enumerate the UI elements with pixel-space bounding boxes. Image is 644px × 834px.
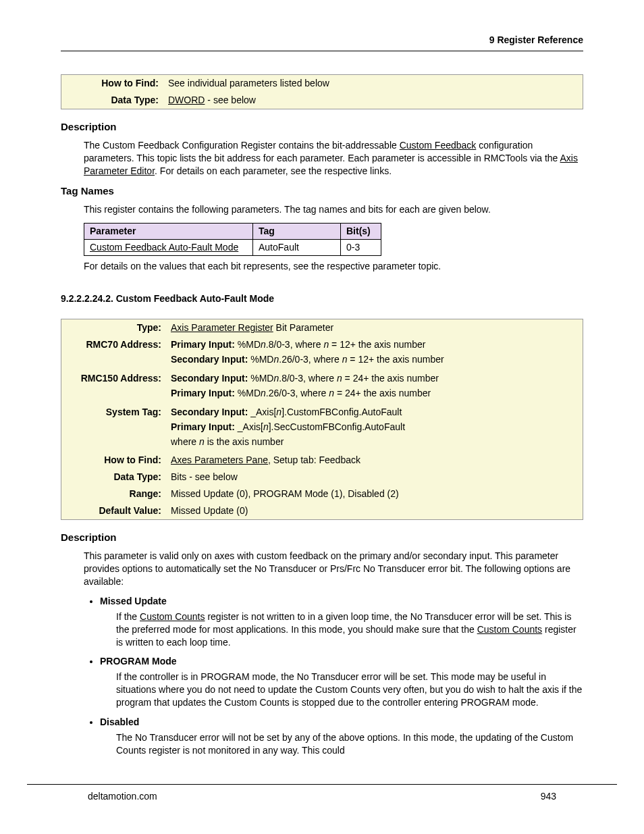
text: = 12+ the axis number (329, 339, 425, 350)
text: = 24+ the axis number (334, 388, 431, 398)
info-value: Axis Parameter Register Bit Parameter (171, 321, 579, 334)
custom-feedback-auto-fault-link[interactable]: Custom Feedback Auto-Fault Mode (90, 242, 238, 253)
text: %MD (238, 339, 261, 350)
option-title: Missed Update (100, 595, 583, 608)
info-row-default: Default Value: Missed Update (0) (61, 502, 583, 519)
info-value: Secondary Input: _Axis[n].CustomFBConfig… (171, 406, 579, 450)
label-bold: Primary Input: (171, 388, 238, 398)
info-row-datatype: Data Type: DWORD - see below (61, 92, 583, 109)
info-row-type: Type: Axis Parameter Register Bit Parame… (61, 319, 583, 336)
option-program-mode: PROGRAM Mode If the controller is in PRO… (100, 655, 583, 709)
table-header-row: Parameter Tag Bit(s) (84, 223, 381, 239)
axes-parameters-pane-link[interactable]: Axes Parameters Pane (171, 454, 268, 465)
custom-counts-link[interactable]: Custom Counts (477, 624, 542, 635)
rmc150-line-2: Primary Input: %MDn.26/0-3, where n = 24… (171, 387, 579, 400)
rmc70-line-1: Primary Input: %MDn.8/0-3, where n = 12+… (171, 338, 579, 351)
table-row: Custom Feedback Auto-Fault Mode AutoFaul… (84, 239, 381, 255)
custom-counts-link[interactable]: Custom Counts (140, 611, 205, 622)
info-label: Range: (65, 488, 171, 500)
info-value: Missed Update (0) (171, 504, 579, 517)
info-box-2: Type: Axis Parameter Register Bit Parame… (61, 319, 583, 520)
option-title: PROGRAM Mode (100, 655, 583, 668)
option-body: If the Custom Counts register is not wri… (116, 610, 583, 649)
rmc150-line-1: Secondary Input: %MDn.8/0-3, where n = 2… (171, 372, 579, 385)
text: , Setup tab: Feedback (268, 454, 360, 465)
th-parameter: Parameter (84, 223, 253, 239)
tag-note: For details on the values that each bit … (84, 260, 583, 273)
text: . For details on each parameter, see the… (155, 165, 392, 176)
option-disabled: Disabled The No Transducer error will no… (100, 716, 583, 757)
heading-description: Description (61, 120, 583, 134)
option-missed-update: Missed Update If the Custom Counts regis… (100, 595, 583, 649)
label-bold: Secondary Input: (171, 373, 250, 384)
info-label: Data Type: (65, 94, 168, 107)
info-row-range: Range: Missed Update (0), PROGRAM Mode (… (61, 486, 583, 502)
info-value: Bits - see below (171, 471, 579, 484)
info-label: Type: (65, 321, 171, 334)
info-row-howto: How to Find: Axes Parameters Pane, Setup… (61, 452, 583, 469)
info-row-datatype: Data Type: Bits - see below (61, 469, 583, 486)
var-n: n (261, 388, 266, 398)
info-value: Primary Input: %MDn.8/0-3, where n = 12+… (171, 338, 579, 368)
text: _Axis[ (238, 421, 263, 432)
info-row-howto: How to Find: See individual parameters l… (61, 75, 583, 92)
info-box-1: How to Find: See individual parameters l… (61, 74, 583, 109)
custom-feedback-link[interactable]: Custom Feedback (400, 140, 477, 151)
info-label: System Tag: (65, 406, 171, 450)
info-value: Secondary Input: %MDn.8/0-3, where n = 2… (171, 372, 579, 402)
var-n: n (199, 436, 205, 447)
section-number-title: 9.2.2.2.24.2. Custom Feedback Auto-Fault… (61, 292, 583, 305)
text: %MD (250, 373, 273, 384)
systag-line-1: Secondary Input: _Axis[n].CustomFBConfig… (171, 406, 579, 419)
label-bold: Secondary Input: (171, 354, 250, 365)
td-bits: 0-3 (341, 239, 381, 255)
text: = 24+ the axis number (342, 373, 439, 384)
text: _Axis[ (250, 407, 276, 417)
dword-link[interactable]: DWORD (168, 95, 205, 105)
rmc70-line-2: Secondary Input: %MDn.26/0-3, where n = … (171, 353, 579, 366)
footer-left: deltamotion.com (88, 790, 157, 803)
text: Bit Parameter (273, 322, 333, 333)
info-label: RMC150 Address: (65, 372, 171, 402)
info-value: See individual parameters listed below (168, 77, 579, 90)
systag-line-3: where n is the axis number (171, 436, 579, 448)
tag-table: Parameter Tag Bit(s) Custom Feedback Aut… (84, 223, 381, 256)
axis-parameter-register-link[interactable]: Axis Parameter Register (171, 322, 273, 333)
text: .26/0-3, where (279, 354, 342, 365)
var-n: n (276, 407, 281, 417)
text: ].SecCustomFBConfig.AutoFault (269, 421, 405, 432)
th-tag: Tag (253, 223, 341, 239)
info-label: How to Find: (65, 454, 171, 467)
var-n: n (263, 421, 269, 432)
info-value: Missed Update (0), PROGRAM Mode (1), Dis… (171, 488, 579, 500)
text: .8/0-3, where (279, 373, 337, 384)
var-n: n (329, 388, 334, 398)
info-label: Default Value: (65, 504, 171, 517)
options-list: Missed Update If the Custom Counts regis… (84, 595, 583, 757)
heading-description-2: Description (61, 531, 583, 544)
systag-line-2: Primary Input: _Axis[n].SecCustomFBConfi… (171, 421, 579, 434)
info-row-systag: System Tag: Secondary Input: _Axis[n].Cu… (61, 404, 583, 452)
text: = 12+ the axis number (347, 354, 444, 365)
description-paragraph: The Custom Feedback Configuration Regist… (84, 139, 583, 178)
tag-names-intro: This register contains the following par… (84, 203, 583, 216)
info-value: Axes Parameters Pane, Setup tab: Feedbac… (171, 454, 579, 467)
text: ].CustomFBConfig.AutoFault (281, 407, 402, 417)
var-n: n (337, 373, 342, 384)
td-tag: AutoFault (253, 239, 341, 255)
th-bits: Bit(s) (341, 223, 381, 239)
label-bold: Secondary Input: (171, 407, 250, 417)
heading-tag-names: Tag Names (61, 184, 583, 198)
description-2-paragraph: This parameter is valid only on axes wit… (84, 550, 583, 588)
text: .8/0-3, where (266, 339, 324, 350)
text: .26/0-3, where (266, 388, 329, 398)
page: 9 Register Reference How to Find: See in… (0, 0, 644, 791)
text: %MD (250, 354, 273, 365)
info-label: How to Find: (65, 77, 168, 90)
label-bold: Primary Input: (171, 421, 238, 432)
info-label: Data Type: (65, 471, 171, 484)
text: %MD (238, 388, 261, 398)
text: where (171, 436, 199, 447)
info-value: DWORD - see below (168, 94, 579, 107)
footer-page-number: 943 (541, 790, 556, 803)
